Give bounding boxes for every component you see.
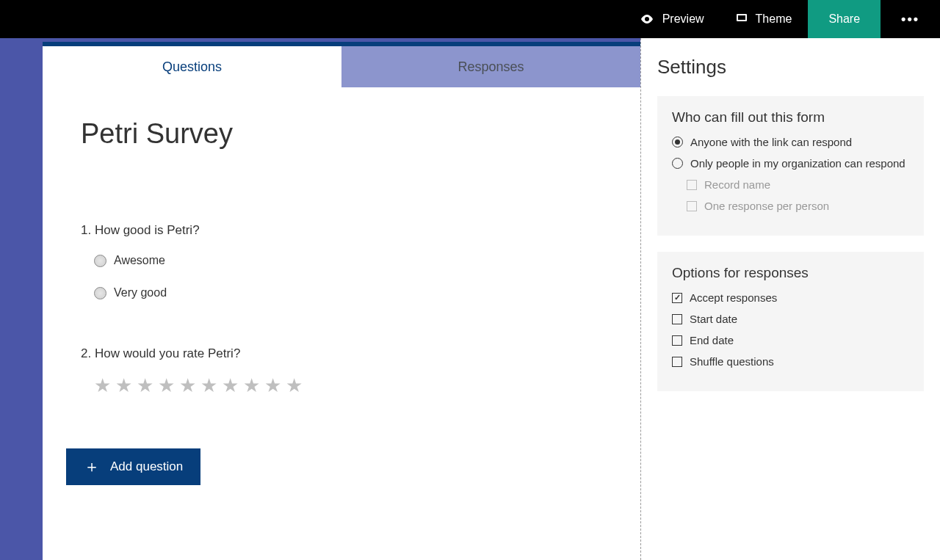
main-layout: Questions Responses Petri Survey 1. How … [0, 38, 940, 560]
end-date-option[interactable]: End date [672, 334, 909, 346]
settings-title: Settings [657, 56, 924, 79]
radio-icon [672, 158, 683, 169]
end-date-label: End date [690, 334, 734, 346]
star-icon[interactable]: ★ [137, 374, 155, 397]
eye-icon [640, 15, 654, 23]
record-name-option: Record name [672, 178, 909, 191]
who-org-option[interactable]: Only people in my organization can respo… [672, 157, 909, 170]
checkbox-checked-icon [672, 293, 682, 303]
tab-responses-label: Responses [458, 59, 524, 75]
question-2-title: 2. How would you rate Petri? [81, 346, 602, 361]
one-response-label: One response per person [704, 200, 829, 212]
tab-responses[interactable]: Responses [341, 46, 640, 87]
q1-choice-1[interactable]: Awesome [81, 251, 602, 270]
question-2-number: 2. [81, 346, 91, 360]
q1-choice-2-label: Very good [114, 286, 167, 299]
theme-button[interactable]: Theme [720, 0, 809, 38]
question-2-text: How would you rate Petri? [95, 346, 240, 360]
checkbox-icon [672, 335, 682, 346]
theme-icon [737, 14, 747, 24]
record-name-label: Record name [704, 178, 770, 191]
q1-choice-2[interactable]: Very good [81, 283, 602, 302]
star-icon[interactable]: ★ [94, 374, 112, 397]
star-icon[interactable]: ★ [115, 374, 134, 397]
checkbox-icon [687, 180, 697, 190]
left-background: Questions Responses Petri Survey 1. How … [0, 38, 640, 560]
preview-button[interactable]: Preview [624, 0, 720, 38]
form-card: Questions Responses Petri Survey 1. How … [43, 42, 640, 560]
plus-icon: ＋ [84, 459, 100, 475]
radio-icon [94, 255, 106, 267]
shuffle-questions-label: Shuffle questions [690, 355, 774, 368]
form-body: Petri Survey 1. How good is Petri? Aweso… [43, 87, 640, 485]
star-icon[interactable]: ★ [222, 374, 240, 397]
ellipsis-icon: ••• [901, 12, 919, 27]
rating-stars[interactable]: ★ ★ ★ ★ ★ ★ ★ ★ ★ ★ [81, 374, 602, 397]
svg-rect-1 [738, 15, 745, 20]
checkbox-icon [672, 314, 682, 324]
form-title[interactable]: Petri Survey [81, 118, 602, 150]
start-date-label: Start date [690, 313, 737, 325]
tabs: Questions Responses [43, 46, 640, 87]
question-2[interactable]: 2. How would you rate Petri? ★ ★ ★ ★ ★ ★… [81, 346, 602, 397]
one-response-option: One response per person [672, 200, 909, 212]
checkbox-icon [672, 357, 682, 367]
preview-label: Preview [662, 12, 704, 26]
star-icon[interactable]: ★ [158, 374, 176, 397]
add-question-label: Add question [110, 459, 183, 474]
topbar: Preview Theme Share ••• [0, 0, 940, 38]
star-icon[interactable]: ★ [264, 374, 283, 397]
options-title: Options for responses [672, 265, 909, 281]
shuffle-questions-option[interactable]: Shuffle questions [672, 355, 909, 368]
tab-questions[interactable]: Questions [43, 46, 341, 87]
tab-questions-label: Questions [162, 59, 222, 75]
checkbox-icon [687, 201, 697, 211]
star-icon[interactable]: ★ [179, 374, 198, 397]
who-org-label: Only people in my organization can respo… [690, 157, 905, 170]
question-1-title: 1. How good is Petri? [81, 223, 602, 238]
question-1-text: How good is Petri? [95, 223, 200, 237]
start-date-option[interactable]: Start date [672, 313, 909, 325]
who-anyone-label: Anyone with the link can respond [690, 136, 852, 148]
star-icon[interactable]: ★ [286, 374, 304, 397]
who-anyone-option[interactable]: Anyone with the link can respond [672, 136, 909, 148]
theme-label: Theme [756, 12, 792, 26]
question-1-number: 1. [81, 223, 91, 237]
add-question-button[interactable]: ＋ Add question [66, 448, 200, 485]
share-button[interactable]: Share [808, 0, 881, 38]
q1-choice-1-label: Awesome [114, 254, 165, 267]
accept-responses-option[interactable]: Accept responses [672, 291, 909, 304]
share-label: Share [828, 12, 860, 26]
star-icon[interactable]: ★ [200, 374, 219, 397]
radio-icon [94, 287, 106, 299]
star-icon[interactable]: ★ [243, 374, 261, 397]
accept-responses-label: Accept responses [690, 291, 777, 304]
settings-options-group: Options for responses Accept responses S… [657, 252, 924, 391]
who-title: Who can fill out this form [672, 109, 909, 126]
radio-selected-icon [672, 137, 683, 148]
question-1[interactable]: 1. How good is Petri? Awesome Very good [81, 223, 602, 302]
settings-who-group: Who can fill out this form Anyone with t… [657, 96, 924, 236]
more-button[interactable]: ••• [881, 0, 940, 38]
settings-panel: Settings Who can fill out this form Anyo… [640, 38, 940, 560]
